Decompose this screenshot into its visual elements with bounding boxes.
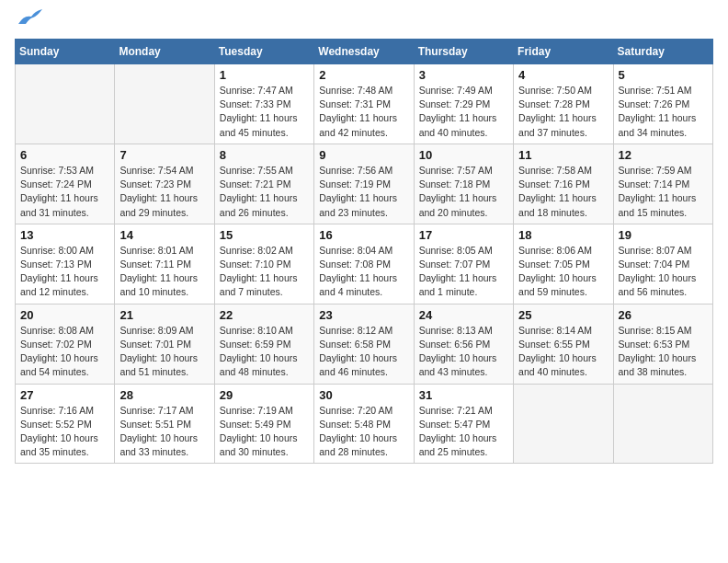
day-info: Sunrise: 7:58 AM Sunset: 7:16 PM Dayligh… <box>518 164 608 220</box>
calendar-cell: 16Sunrise: 8:04 AM Sunset: 7:08 PM Dayli… <box>314 224 414 304</box>
day-info: Sunrise: 7:48 AM Sunset: 7:31 PM Dayligh… <box>319 84 408 140</box>
calendar-cell: 9Sunrise: 7:56 AM Sunset: 7:19 PM Daylig… <box>314 144 414 224</box>
weekday-header: Tuesday <box>214 40 313 64</box>
calendar-cell: 29Sunrise: 7:19 AM Sunset: 5:49 PM Dayli… <box>214 384 313 464</box>
day-number: 21 <box>119 308 209 322</box>
day-number: 5 <box>619 68 708 82</box>
day-info: Sunrise: 7:21 AM Sunset: 5:47 PM Dayligh… <box>419 404 508 460</box>
weekday-header: Thursday <box>414 40 513 64</box>
weekday-header: Friday <box>514 40 613 64</box>
weekday-header-row: SundayMondayTuesdayWednesdayThursdayFrid… <box>16 40 713 64</box>
calendar-cell: 5Sunrise: 7:51 AM Sunset: 7:26 PM Daylig… <box>613 64 712 144</box>
day-number: 28 <box>119 388 209 402</box>
calendar-cell: 15Sunrise: 8:02 AM Sunset: 7:10 PM Dayli… <box>214 224 313 304</box>
day-number: 29 <box>220 388 309 402</box>
weekday-header: Wednesday <box>314 40 414 64</box>
day-number: 23 <box>319 308 408 322</box>
day-number: 27 <box>20 388 109 402</box>
day-info: Sunrise: 8:08 AM Sunset: 7:02 PM Dayligh… <box>20 324 109 380</box>
calendar-cell: 25Sunrise: 8:14 AM Sunset: 6:55 PM Dayli… <box>514 304 613 384</box>
weekday-header: Sunday <box>16 40 115 64</box>
calendar-cell: 22Sunrise: 8:10 AM Sunset: 6:59 PM Dayli… <box>214 304 313 384</box>
day-info: Sunrise: 7:19 AM Sunset: 5:49 PM Dayligh… <box>220 404 309 460</box>
calendar-cell: 12Sunrise: 7:59 AM Sunset: 7:14 PM Dayli… <box>613 144 712 224</box>
calendar-cell: 3Sunrise: 7:49 AM Sunset: 7:29 PM Daylig… <box>414 64 513 144</box>
day-number: 16 <box>319 228 408 242</box>
calendar-cell: 20Sunrise: 8:08 AM Sunset: 7:02 PM Dayli… <box>16 304 115 384</box>
calendar-cell: 7Sunrise: 7:54 AM Sunset: 7:23 PM Daylig… <box>115 144 214 224</box>
day-number: 7 <box>119 148 209 162</box>
day-info: Sunrise: 8:14 AM Sunset: 6:55 PM Dayligh… <box>518 324 608 380</box>
day-number: 31 <box>419 388 508 402</box>
calendar-cell: 13Sunrise: 8:00 AM Sunset: 7:13 PM Dayli… <box>16 224 115 304</box>
day-info: Sunrise: 8:04 AM Sunset: 7:08 PM Dayligh… <box>319 244 408 300</box>
day-number: 24 <box>419 308 508 322</box>
calendar-cell: 6Sunrise: 7:53 AM Sunset: 7:24 PM Daylig… <box>16 144 115 224</box>
calendar-week-row: 1Sunrise: 7:47 AM Sunset: 7:33 PM Daylig… <box>16 64 713 144</box>
day-info: Sunrise: 7:53 AM Sunset: 7:24 PM Dayligh… <box>20 164 109 220</box>
day-info: Sunrise: 7:47 AM Sunset: 7:33 PM Dayligh… <box>220 84 309 140</box>
calendar-week-row: 20Sunrise: 8:08 AM Sunset: 7:02 PM Dayli… <box>16 304 713 384</box>
day-number: 18 <box>518 228 608 242</box>
day-info: Sunrise: 8:07 AM Sunset: 7:04 PM Dayligh… <box>619 244 708 300</box>
calendar-cell: 31Sunrise: 7:21 AM Sunset: 5:47 PM Dayli… <box>414 384 513 464</box>
day-number: 12 <box>619 148 708 162</box>
day-info: Sunrise: 7:57 AM Sunset: 7:18 PM Dayligh… <box>419 164 508 220</box>
weekday-header: Monday <box>115 40 214 64</box>
day-number: 3 <box>419 68 508 82</box>
calendar-cell: 19Sunrise: 8:07 AM Sunset: 7:04 PM Dayli… <box>613 224 712 304</box>
calendar-cell: 1Sunrise: 7:47 AM Sunset: 7:33 PM Daylig… <box>214 64 313 144</box>
calendar-table: SundayMondayTuesdayWednesdayThursdayFrid… <box>15 39 713 464</box>
day-info: Sunrise: 7:51 AM Sunset: 7:26 PM Dayligh… <box>619 84 708 140</box>
calendar-cell: 27Sunrise: 7:16 AM Sunset: 5:52 PM Dayli… <box>16 384 115 464</box>
calendar-cell: 24Sunrise: 8:13 AM Sunset: 6:56 PM Dayli… <box>414 304 513 384</box>
day-number: 20 <box>20 308 109 322</box>
day-info: Sunrise: 7:49 AM Sunset: 7:29 PM Dayligh… <box>419 84 508 140</box>
calendar-cell <box>115 64 214 144</box>
logo <box>15 15 44 28</box>
day-info: Sunrise: 7:16 AM Sunset: 5:52 PM Dayligh… <box>20 404 109 460</box>
day-info: Sunrise: 7:17 AM Sunset: 5:51 PM Dayligh… <box>119 404 209 460</box>
day-number: 6 <box>20 148 109 162</box>
day-info: Sunrise: 8:15 AM Sunset: 6:53 PM Dayligh… <box>619 324 708 380</box>
day-info: Sunrise: 8:05 AM Sunset: 7:07 PM Dayligh… <box>419 244 508 300</box>
day-number: 2 <box>319 68 408 82</box>
day-info: Sunrise: 7:55 AM Sunset: 7:21 PM Dayligh… <box>220 164 309 220</box>
calendar-week-row: 27Sunrise: 7:16 AM Sunset: 5:52 PM Dayli… <box>16 384 713 464</box>
calendar-cell <box>16 64 115 144</box>
calendar-cell: 28Sunrise: 7:17 AM Sunset: 5:51 PM Dayli… <box>115 384 214 464</box>
calendar-cell <box>613 384 712 464</box>
day-info: Sunrise: 7:50 AM Sunset: 7:28 PM Dayligh… <box>518 84 608 140</box>
calendar-cell: 10Sunrise: 7:57 AM Sunset: 7:18 PM Dayli… <box>414 144 513 224</box>
calendar-cell: 14Sunrise: 8:01 AM Sunset: 7:11 PM Dayli… <box>115 224 214 304</box>
day-info: Sunrise: 8:10 AM Sunset: 6:59 PM Dayligh… <box>220 324 309 380</box>
day-number: 25 <box>518 308 608 322</box>
day-number: 14 <box>119 228 209 242</box>
calendar-cell: 11Sunrise: 7:58 AM Sunset: 7:16 PM Dayli… <box>514 144 613 224</box>
weekday-header: Saturday <box>613 40 712 64</box>
calendar-cell: 23Sunrise: 8:12 AM Sunset: 6:58 PM Dayli… <box>314 304 414 384</box>
day-number: 11 <box>518 148 608 162</box>
day-number: 4 <box>518 68 608 82</box>
day-number: 10 <box>419 148 508 162</box>
day-number: 1 <box>220 68 309 82</box>
day-info: Sunrise: 7:56 AM Sunset: 7:19 PM Dayligh… <box>319 164 408 220</box>
day-number: 19 <box>619 228 708 242</box>
day-info: Sunrise: 8:02 AM Sunset: 7:10 PM Dayligh… <box>220 244 309 300</box>
calendar-cell: 26Sunrise: 8:15 AM Sunset: 6:53 PM Dayli… <box>613 304 712 384</box>
calendar-cell: 18Sunrise: 8:06 AM Sunset: 7:05 PM Dayli… <box>514 224 613 304</box>
day-number: 13 <box>20 228 109 242</box>
calendar-cell <box>514 384 613 464</box>
day-info: Sunrise: 7:59 AM Sunset: 7:14 PM Dayligh… <box>619 164 708 220</box>
day-number: 9 <box>319 148 408 162</box>
day-info: Sunrise: 8:01 AM Sunset: 7:11 PM Dayligh… <box>119 244 209 300</box>
day-info: Sunrise: 8:12 AM Sunset: 6:58 PM Dayligh… <box>319 324 408 380</box>
day-info: Sunrise: 8:00 AM Sunset: 7:13 PM Dayligh… <box>20 244 109 300</box>
calendar-cell: 30Sunrise: 7:20 AM Sunset: 5:48 PM Dayli… <box>314 384 414 464</box>
day-number: 30 <box>319 388 408 402</box>
day-number: 17 <box>419 228 508 242</box>
calendar-week-row: 13Sunrise: 8:00 AM Sunset: 7:13 PM Dayli… <box>16 224 713 304</box>
day-info: Sunrise: 7:20 AM Sunset: 5:48 PM Dayligh… <box>319 404 408 460</box>
day-number: 15 <box>220 228 309 242</box>
day-number: 22 <box>220 308 309 322</box>
